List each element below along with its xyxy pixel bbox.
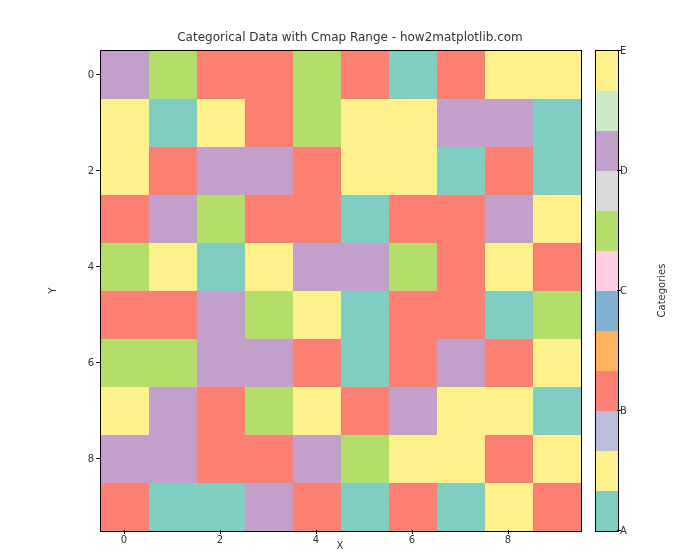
heatmap-cell (533, 99, 581, 147)
heatmap-cell (293, 243, 341, 291)
heatmap-cell (437, 435, 485, 483)
chart-title: Categorical Data with Cmap Range - how2m… (0, 30, 700, 44)
heatmap-cell (197, 435, 245, 483)
heatmap-cell (245, 483, 293, 531)
heatmap-cell (245, 291, 293, 339)
heatmap-cell (389, 243, 437, 291)
y-tick-label: 8 (80, 453, 94, 464)
heatmap-cell (245, 339, 293, 387)
heatmap-cell (293, 99, 341, 147)
heatmap-cell (485, 339, 533, 387)
heatmap-cell (341, 51, 389, 99)
colorbar-tick-label: D (620, 165, 628, 176)
x-tick-label: 2 (217, 534, 223, 545)
heatmap-cell (245, 195, 293, 243)
heatmap-cell (293, 435, 341, 483)
heatmap-cell (485, 483, 533, 531)
colorbar-tick-label: C (620, 285, 627, 296)
heatmap-cell (533, 387, 581, 435)
heatmap-cell (197, 195, 245, 243)
heatmap-cell (485, 387, 533, 435)
heatmap-cell (293, 291, 341, 339)
heatmap-cell (197, 387, 245, 435)
heatmap-cell (341, 195, 389, 243)
heatmap-cell (437, 243, 485, 291)
colorbar-segment (596, 91, 618, 131)
x-tick-label: 6 (409, 534, 415, 545)
colorbar-segment (596, 291, 618, 331)
heatmap-cell (101, 195, 149, 243)
heatmap-cell (533, 51, 581, 99)
heatmap-cell (245, 99, 293, 147)
heatmap-cell (293, 483, 341, 531)
x-tick-label: 4 (313, 534, 319, 545)
heatmap-cell (245, 387, 293, 435)
heatmap-cell (485, 51, 533, 99)
colorbar-segment (596, 131, 618, 171)
heatmap-cell (533, 483, 581, 531)
heatmap-cell (197, 99, 245, 147)
heatmap-cell (101, 147, 149, 195)
heatmap-cell (533, 147, 581, 195)
heatmap-cell (341, 483, 389, 531)
heatmap-cell (389, 147, 437, 195)
heatmap-cell (533, 291, 581, 339)
heatmap-cell (389, 435, 437, 483)
heatmap-cell (197, 339, 245, 387)
x-tick-label: 0 (121, 534, 127, 545)
heatmap-cell (341, 99, 389, 147)
colorbar-tick-label: E (620, 45, 626, 56)
heatmap-cell (149, 99, 197, 147)
heatmap-cell (389, 99, 437, 147)
heatmap-cell (149, 339, 197, 387)
heatmap-cell (149, 51, 197, 99)
heatmap-cell (485, 435, 533, 483)
colorbar-segment (596, 371, 618, 411)
heatmap-cell (149, 387, 197, 435)
heatmap-cell (101, 99, 149, 147)
y-tick-label: 6 (80, 357, 94, 368)
colorbar-segment (596, 51, 618, 91)
heatmap-cell (341, 243, 389, 291)
y-tick-label: 4 (80, 261, 94, 272)
heatmap-cell (293, 147, 341, 195)
heatmap-cell (485, 99, 533, 147)
heatmap-cell (197, 483, 245, 531)
heatmap-cell (485, 195, 533, 243)
heatmap-cell (485, 147, 533, 195)
heatmap-cell (533, 243, 581, 291)
heatmap-cell (293, 195, 341, 243)
heatmap-grid (100, 50, 582, 532)
heatmap-cell (341, 147, 389, 195)
colorbar-segment (596, 451, 618, 491)
heatmap-cell (533, 435, 581, 483)
heatmap-cell (149, 243, 197, 291)
colorbar-tick-label: A (620, 525, 627, 536)
heatmap-cell (101, 243, 149, 291)
heatmap-cell (197, 51, 245, 99)
heatmap-cell (389, 51, 437, 99)
y-tick-label: 0 (80, 69, 94, 80)
heatmap-cell (293, 51, 341, 99)
heatmap-cell (389, 387, 437, 435)
heatmap-cell (341, 435, 389, 483)
x-tick-label: 8 (505, 534, 511, 545)
heatmap-cell (245, 435, 293, 483)
heatmap-cell (533, 339, 581, 387)
heatmap-cell (437, 195, 485, 243)
colorbar-segment (596, 251, 618, 291)
heatmap-cell (341, 339, 389, 387)
plot-area (100, 50, 580, 530)
heatmap-cell (149, 291, 197, 339)
figure: Categorical Data with Cmap Range - how2m… (0, 0, 700, 560)
colorbar-tick-label: B (620, 405, 627, 416)
heatmap-cell (245, 147, 293, 195)
heatmap-cell (389, 291, 437, 339)
heatmap-cell (485, 291, 533, 339)
heatmap-cell (341, 387, 389, 435)
heatmap-cell (389, 483, 437, 531)
heatmap-cell (101, 339, 149, 387)
heatmap-cell (101, 435, 149, 483)
heatmap-cell (149, 483, 197, 531)
heatmap-cell (101, 51, 149, 99)
